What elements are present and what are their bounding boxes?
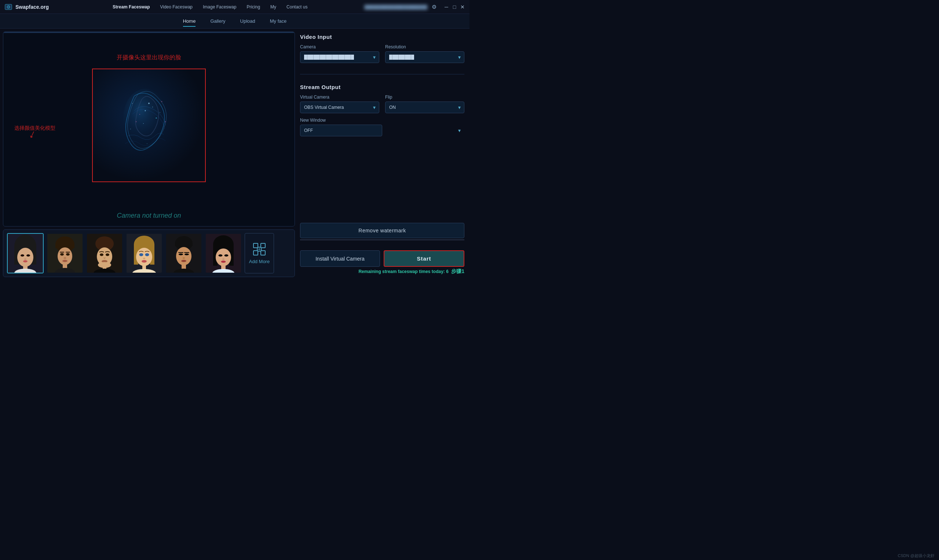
install-virtual-camera-button[interactable]: Install Virtual Camera xyxy=(300,250,380,267)
camera-select[interactable]: ████████████████ xyxy=(300,51,379,63)
settings-icon[interactable]: ⚙ xyxy=(432,4,436,10)
nav-contact[interactable]: Contact us xyxy=(287,5,307,9)
right-panel: Video Input Camera ████████████████ Reso… xyxy=(298,32,467,277)
svg-rect-84 xyxy=(261,243,265,248)
step-label: 步骤1 xyxy=(451,268,464,274)
svg-point-24 xyxy=(24,258,26,260)
remove-watermark-button[interactable]: Remove watermark xyxy=(300,223,464,238)
svg-point-8 xyxy=(143,123,144,124)
face-portrait-3 xyxy=(87,234,122,273)
start-button[interactable]: Start xyxy=(384,250,464,267)
app-name: Swapface.org xyxy=(15,4,49,10)
svg-point-65 xyxy=(185,254,189,255)
svg-point-33 xyxy=(66,253,70,256)
svg-point-12 xyxy=(130,129,131,129)
face-portrait-2 xyxy=(47,234,83,273)
svg-point-36 xyxy=(64,257,66,259)
svg-rect-67 xyxy=(184,252,189,253)
flip-group: Flip ON xyxy=(385,95,464,113)
svg-point-78 xyxy=(225,254,228,257)
face-portrait-1 xyxy=(8,234,43,273)
camera-status-text: Camera not turned on xyxy=(117,212,181,220)
svg-point-16 xyxy=(161,101,162,102)
spacer xyxy=(300,142,464,218)
face-thumb-3[interactable] xyxy=(86,233,123,274)
new-window-select-wrapper: OFF xyxy=(300,125,464,136)
svg-point-79 xyxy=(222,258,225,260)
subnav: Home Gallery Upload My face xyxy=(0,14,470,29)
watermark-section: Remove watermark xyxy=(300,223,464,242)
svg-point-4 xyxy=(145,110,146,111)
minimize-button[interactable]: ─ xyxy=(444,5,449,9)
remaining-count: 6 xyxy=(446,269,449,274)
svg-point-32 xyxy=(60,253,64,256)
face-art xyxy=(93,69,205,182)
svg-point-69 xyxy=(181,260,187,262)
svg-point-56 xyxy=(143,258,145,259)
new-window-label: New Window xyxy=(300,118,464,123)
divider-1 xyxy=(300,74,464,74)
camera-select-wrapper: ████████████████ xyxy=(300,51,379,63)
face-thumb-4[interactable] xyxy=(126,233,162,274)
face-portrait-6 xyxy=(206,234,241,273)
subnav-myface[interactable]: My face xyxy=(270,17,287,25)
nav-stream[interactable]: Stream Faceswap xyxy=(113,5,150,9)
close-button[interactable]: ✕ xyxy=(460,5,465,9)
bottom-action-row: Install Virtual Camera Start xyxy=(300,250,464,267)
svg-point-31 xyxy=(58,248,72,265)
maximize-button[interactable]: □ xyxy=(452,5,457,9)
camera-preview-box xyxy=(92,69,206,182)
nav-my[interactable]: My xyxy=(270,5,276,9)
add-more-button[interactable]: Add More xyxy=(245,233,274,274)
titlebar-nav: Stream Faceswap Video Faceswap Image Fac… xyxy=(56,5,365,9)
svg-point-23 xyxy=(26,254,30,257)
svg-point-14 xyxy=(147,143,148,144)
watermark-underline xyxy=(300,240,464,240)
stream-output-title: Stream Output xyxy=(300,84,464,90)
camera-group: Camera ████████████████ xyxy=(300,45,379,63)
svg-point-76 xyxy=(216,248,231,266)
svg-rect-83 xyxy=(253,243,258,248)
camera-label: Camera xyxy=(300,45,379,49)
face-thumb-2[interactable] xyxy=(46,233,83,274)
face-thumb-6[interactable] xyxy=(205,233,242,274)
flip-select[interactable]: ON xyxy=(385,102,464,113)
svg-point-43 xyxy=(100,254,103,256)
svg-point-2 xyxy=(8,6,9,8)
add-more-label: Add More xyxy=(249,259,270,264)
subnav-gallery[interactable]: Gallery xyxy=(210,17,225,25)
svg-rect-86 xyxy=(261,251,265,255)
virtual-camera-select[interactable]: OBS Virtual Camera xyxy=(300,102,379,113)
svg-point-25 xyxy=(23,260,28,262)
remaining-text-area: Remaining stream faceswap times today: 6… xyxy=(300,268,464,275)
window-controls: ─ □ ✕ xyxy=(444,5,465,9)
svg-point-80 xyxy=(221,261,226,263)
svg-point-15 xyxy=(132,103,133,104)
nav-pricing[interactable]: Pricing xyxy=(247,5,260,9)
nav-image[interactable]: Image Faceswap xyxy=(203,5,236,9)
app-logo: Swapface.org xyxy=(5,3,56,11)
svg-rect-62 xyxy=(175,243,193,246)
svg-point-54 xyxy=(139,253,143,256)
svg-rect-66 xyxy=(178,252,183,253)
face-portrait-4 xyxy=(126,234,162,273)
face-thumb-1[interactable] xyxy=(7,233,44,274)
new-window-group: New Window OFF xyxy=(300,118,464,136)
svg-point-63 xyxy=(176,247,191,265)
nav-video[interactable]: Video Faceswap xyxy=(160,5,193,9)
svg-point-21 xyxy=(17,248,33,267)
new-window-select[interactable]: OFF xyxy=(300,125,382,136)
svg-rect-34 xyxy=(60,252,64,252)
titlebar-right: ██████████████████████ ⚙ ─ □ ✕ xyxy=(365,4,465,10)
virtual-camera-label: Virtual Camera xyxy=(300,95,379,100)
face-portrait-5 xyxy=(166,234,201,273)
subnav-home[interactable]: Home xyxy=(183,17,196,25)
subnav-upload[interactable]: Upload xyxy=(240,17,255,25)
scroll-bar-top[interactable] xyxy=(3,32,294,33)
face-thumb-5[interactable] xyxy=(165,233,202,274)
flip-select-wrapper: ON xyxy=(385,102,464,113)
flip-label: Flip xyxy=(385,95,464,100)
resolution-select[interactable]: ████████ xyxy=(385,51,464,63)
video-container: 开摄像头这里出现你的脸 选择颜值美化模型 ↓ xyxy=(3,32,295,226)
svg-rect-35 xyxy=(66,252,70,252)
